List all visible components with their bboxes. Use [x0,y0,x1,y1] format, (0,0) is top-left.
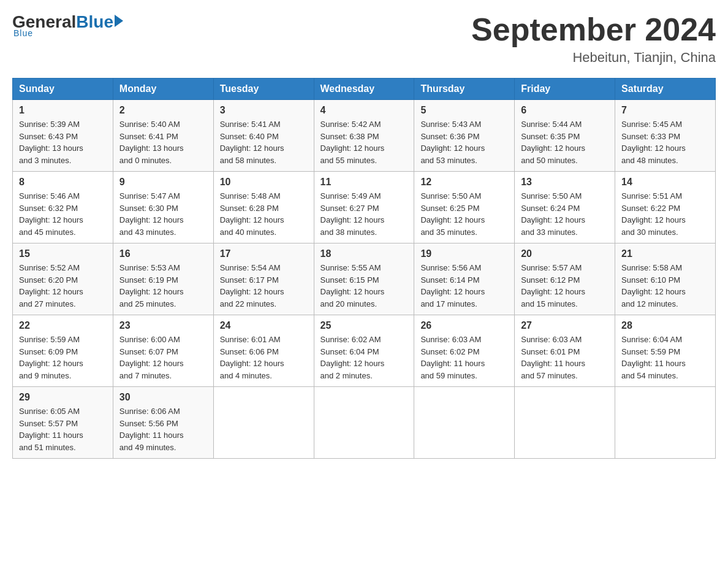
calendar-week-row: 8 Sunrise: 5:46 AMSunset: 6:32 PMDayligh… [13,172,716,243]
day-number: 8 [19,177,107,188]
calendar-cell: 6 Sunrise: 5:44 AMSunset: 6:35 PMDayligh… [515,100,615,172]
day-number: 16 [119,248,207,259]
calendar-cell: 8 Sunrise: 5:46 AMSunset: 6:32 PMDayligh… [13,172,113,243]
calendar-cell: 26 Sunrise: 6:03 AMSunset: 6:02 PMDaylig… [414,315,515,387]
day-number: 18 [320,248,408,259]
day-info: Sunrise: 5:49 AMSunset: 6:27 PMDaylight:… [320,191,385,237]
calendar-cell: 13 Sunrise: 5:50 AMSunset: 6:24 PMDaylig… [515,172,615,243]
day-number: 14 [621,177,709,188]
col-header-sunday: Sunday [13,79,113,100]
day-number: 30 [119,392,207,403]
day-info: Sunrise: 5:51 AMSunset: 6:22 PMDaylight:… [621,191,686,237]
calendar-cell [314,387,414,459]
calendar-cell [213,387,314,459]
calendar-title: September 2024 [471,12,716,47]
day-info: Sunrise: 6:00 AMSunset: 6:07 PMDaylight:… [119,335,184,380]
day-info: Sunrise: 5:57 AMSunset: 6:12 PMDaylight:… [521,263,585,308]
calendar-cell: 12 Sunrise: 5:50 AMSunset: 6:25 PMDaylig… [414,172,515,243]
day-info: Sunrise: 5:55 AMSunset: 6:15 PMDaylight:… [320,263,385,308]
calendar-cell: 21 Sunrise: 5:58 AMSunset: 6:10 PMDaylig… [615,243,716,315]
calendar-table: SundayMondayTuesdayWednesdayThursdayFrid… [12,78,716,459]
day-number: 4 [320,105,408,116]
calendar-week-row: 22 Sunrise: 5:59 AMSunset: 6:09 PMDaylig… [13,315,716,387]
calendar-cell: 29 Sunrise: 6:05 AMSunset: 5:57 PMDaylig… [13,387,113,459]
calendar-cell: 15 Sunrise: 5:52 AMSunset: 6:20 PMDaylig… [13,243,113,315]
day-number: 12 [420,177,508,188]
page-header: General Blue Blue September 2024 Hebeitu… [12,12,716,66]
calendar-week-row: 29 Sunrise: 6:05 AMSunset: 5:57 PMDaylig… [13,387,716,459]
day-info: Sunrise: 5:41 AMSunset: 6:40 PMDaylight:… [220,120,284,165]
day-number: 9 [119,177,207,188]
day-info: Sunrise: 6:05 AMSunset: 5:57 PMDaylight:… [19,407,83,452]
calendar-cell: 3 Sunrise: 5:41 AMSunset: 6:40 PMDayligh… [213,100,314,172]
day-number: 19 [420,248,508,259]
day-info: Sunrise: 6:06 AMSunset: 5:56 PMDaylight:… [119,407,184,452]
calendar-cell: 27 Sunrise: 6:03 AMSunset: 6:01 PMDaylig… [515,315,615,387]
day-number: 20 [521,248,609,259]
calendar-cell: 2 Sunrise: 5:40 AMSunset: 6:41 PMDayligh… [113,100,213,172]
col-header-monday: Monday [113,79,213,100]
logo: General Blue Blue [12,12,123,38]
logo-arrow-icon [115,15,123,27]
day-number: 25 [320,320,408,331]
day-info: Sunrise: 6:03 AMSunset: 6:02 PMDaylight:… [420,335,485,380]
calendar-header-row: SundayMondayTuesdayWednesdayThursdayFrid… [13,79,716,100]
calendar-cell: 20 Sunrise: 5:57 AMSunset: 6:12 PMDaylig… [515,243,615,315]
day-info: Sunrise: 5:40 AMSunset: 6:41 PMDaylight:… [119,120,184,165]
col-header-thursday: Thursday [414,79,515,100]
day-number: 21 [621,248,709,259]
calendar-week-row: 1 Sunrise: 5:39 AMSunset: 6:43 PMDayligh… [13,100,716,172]
calendar-cell [515,387,615,459]
day-number: 5 [420,105,508,116]
calendar-cell: 24 Sunrise: 6:01 AMSunset: 6:06 PMDaylig… [213,315,314,387]
day-info: Sunrise: 5:43 AMSunset: 6:36 PMDaylight:… [420,120,485,165]
day-info: Sunrise: 5:48 AMSunset: 6:28 PMDaylight:… [220,191,284,237]
calendar-cell: 9 Sunrise: 5:47 AMSunset: 6:30 PMDayligh… [113,172,213,243]
day-info: Sunrise: 5:59 AMSunset: 6:09 PMDaylight:… [19,335,83,380]
day-info: Sunrise: 5:44 AMSunset: 6:35 PMDaylight:… [521,120,585,165]
calendar-cell: 14 Sunrise: 5:51 AMSunset: 6:22 PMDaylig… [615,172,716,243]
day-number: 3 [220,105,308,116]
day-info: Sunrise: 5:58 AMSunset: 6:10 PMDaylight:… [621,263,686,308]
day-number: 6 [521,105,609,116]
day-info: Sunrise: 5:50 AMSunset: 6:24 PMDaylight:… [521,191,585,237]
day-number: 7 [621,105,709,116]
calendar-cell: 7 Sunrise: 5:45 AMSunset: 6:33 PMDayligh… [615,100,716,172]
day-number: 17 [220,248,308,259]
day-info: Sunrise: 6:04 AMSunset: 5:59 PMDaylight:… [621,335,686,380]
col-header-saturday: Saturday [615,79,716,100]
day-info: Sunrise: 5:47 AMSunset: 6:30 PMDaylight:… [119,191,184,237]
day-info: Sunrise: 5:46 AMSunset: 6:32 PMDaylight:… [19,191,83,237]
calendar-cell: 19 Sunrise: 5:56 AMSunset: 6:14 PMDaylig… [414,243,515,315]
day-info: Sunrise: 5:54 AMSunset: 6:17 PMDaylight:… [220,263,284,308]
day-number: 1 [19,105,107,116]
calendar-cell: 23 Sunrise: 6:00 AMSunset: 6:07 PMDaylig… [113,315,213,387]
calendar-subtitle: Hebeitun, Tianjin, China [471,50,716,66]
day-number: 2 [119,105,207,116]
calendar-cell: 17 Sunrise: 5:54 AMSunset: 6:17 PMDaylig… [213,243,314,315]
calendar-cell: 4 Sunrise: 5:42 AMSunset: 6:38 PMDayligh… [314,100,414,172]
col-header-friday: Friday [515,79,615,100]
calendar-cell [615,387,716,459]
day-number: 24 [220,320,308,331]
calendar-week-row: 15 Sunrise: 5:52 AMSunset: 6:20 PMDaylig… [13,243,716,315]
calendar-cell: 25 Sunrise: 6:02 AMSunset: 6:04 PMDaylig… [314,315,414,387]
calendar-cell: 11 Sunrise: 5:49 AMSunset: 6:27 PMDaylig… [314,172,414,243]
calendar-cell: 5 Sunrise: 5:43 AMSunset: 6:36 PMDayligh… [414,100,515,172]
calendar-cell: 18 Sunrise: 5:55 AMSunset: 6:15 PMDaylig… [314,243,414,315]
logo-underline: Blue [13,28,123,38]
day-number: 29 [19,392,107,403]
day-info: Sunrise: 6:01 AMSunset: 6:06 PMDaylight:… [220,335,284,380]
calendar-cell: 28 Sunrise: 6:04 AMSunset: 5:59 PMDaylig… [615,315,716,387]
day-number: 13 [521,177,609,188]
day-info: Sunrise: 5:52 AMSunset: 6:20 PMDaylight:… [19,263,83,308]
day-info: Sunrise: 5:53 AMSunset: 6:19 PMDaylight:… [119,263,184,308]
day-number: 22 [19,320,107,331]
title-block: September 2024 Hebeitun, Tianjin, China [471,12,716,66]
day-info: Sunrise: 5:50 AMSunset: 6:25 PMDaylight:… [420,191,485,237]
day-number: 28 [621,320,709,331]
calendar-cell: 22 Sunrise: 5:59 AMSunset: 6:09 PMDaylig… [13,315,113,387]
day-info: Sunrise: 6:02 AMSunset: 6:04 PMDaylight:… [320,335,385,380]
day-number: 27 [521,320,609,331]
day-info: Sunrise: 5:45 AMSunset: 6:33 PMDaylight:… [621,120,686,165]
